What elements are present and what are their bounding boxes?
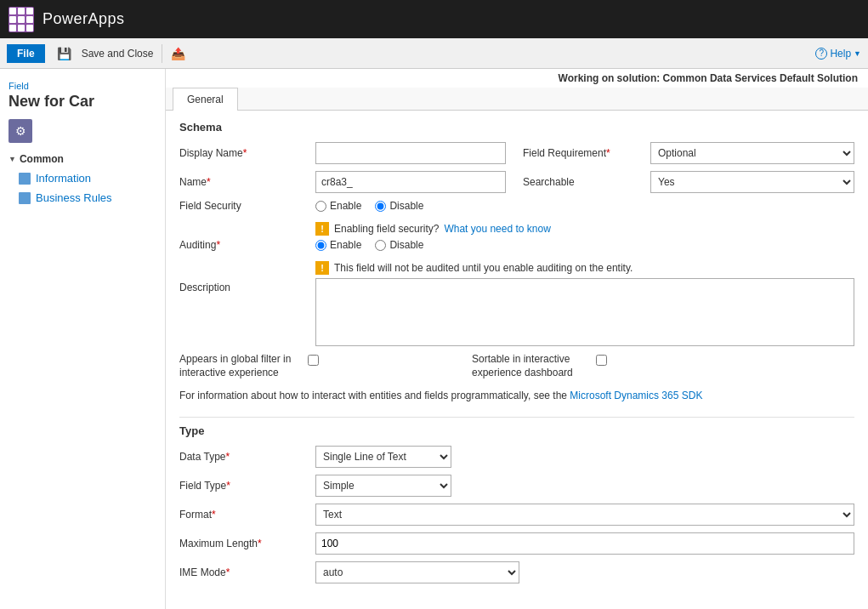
- field-security-link[interactable]: What you need to know: [444, 223, 550, 235]
- field-security-warning-text: Enabling field security?: [334, 223, 439, 235]
- searchable-group: Searchable Yes No: [523, 171, 854, 193]
- description-textarea[interactable]: [315, 278, 854, 346]
- data-type-row: Data Type* Single Line of Text Multiple …: [179, 446, 854, 468]
- name-input[interactable]: [315, 171, 506, 193]
- format-row: Format* Text Email URL Phone Ticker Symb…: [179, 504, 854, 526]
- auditing-enable-radio[interactable]: [315, 240, 326, 251]
- app-title: PowerApps: [43, 10, 125, 28]
- sortable-checkbox-item: Sortable in interactive experience dashb…: [472, 353, 607, 379]
- common-section-header[interactable]: ▼ Common: [0, 150, 165, 168]
- export-button[interactable]: 📤: [166, 45, 190, 62]
- checkbox-pair-row: Appears in global filter in interactive …: [179, 353, 854, 379]
- save-icon: 💾: [57, 47, 71, 60]
- save-close-label: Save and Close: [82, 48, 154, 60]
- entity-label[interactable]: Field: [9, 81, 156, 91]
- file-button[interactable]: File: [7, 44, 45, 63]
- field-security-disable-option[interactable]: Disable: [375, 200, 423, 212]
- auditing-enable-option[interactable]: Enable: [315, 239, 361, 251]
- help-label: Help: [830, 48, 851, 60]
- help-circle-icon: ?: [815, 48, 827, 60]
- toolbar: File 💾 Save and Close 📤 ? Help ▼: [0, 38, 868, 69]
- format-label: Format*: [179, 509, 315, 521]
- entity-title: New for Car: [9, 91, 156, 117]
- information-icon: [19, 173, 31, 185]
- sidebar-item-information[interactable]: Information: [0, 168, 165, 188]
- content-area: Working on solution: Common Data Service…: [166, 69, 868, 609]
- field-type-label: Field Type*: [179, 480, 315, 492]
- entity-gear-icon: ⚙: [9, 119, 32, 143]
- sortable-checkbox[interactable]: [596, 355, 607, 366]
- auditing-disable-label: Disable: [389, 239, 423, 251]
- auditing-row: Auditing* Enable Disable: [179, 239, 854, 251]
- max-length-row: Maximum Length*: [179, 532, 854, 555]
- save-icon-button[interactable]: 💾: [52, 45, 77, 62]
- max-length-label: Maximum Length*: [179, 538, 315, 549]
- business-rules-icon: [19, 192, 31, 204]
- description-label: Description: [179, 278, 315, 293]
- waffle-grid: [9, 8, 33, 31]
- display-name-label: Display Name*: [179, 147, 315, 159]
- schema-title: Schema: [179, 121, 854, 134]
- sidebar: Field New for Car ⚙ ▼ Common Information…: [0, 69, 166, 609]
- auditing-enable-label: Enable: [330, 239, 361, 251]
- tabs: General: [166, 88, 868, 111]
- field-type-select[interactable]: Simple Calculated Rollup: [315, 475, 451, 497]
- save-close-button[interactable]: Save and Close: [77, 46, 159, 61]
- sdk-link[interactable]: Microsoft Dynamics 365 SDK: [570, 390, 702, 401]
- sidebar-item-label-business-rules: Business Rules: [36, 191, 112, 204]
- waffle-icon[interactable]: [9, 7, 34, 32]
- sidebar-header: Field New for Car: [0, 76, 165, 119]
- tab-general[interactable]: General: [173, 88, 238, 111]
- field-security-warning-row: ! Enabling field security? What you need…: [179, 219, 854, 239]
- field-security-enable-label: Enable: [330, 200, 361, 212]
- field-security-row: Field Security Enable Disable: [179, 200, 854, 212]
- auditing-radio-group: Enable Disable: [315, 239, 423, 251]
- main-wrapper: Field New for Car ⚙ ▼ Common Information…: [0, 69, 868, 609]
- display-name-input[interactable]: [315, 142, 506, 164]
- auditing-warning-row: ! This field will not be audited until y…: [179, 258, 854, 278]
- sortable-label: Sortable in interactive experience dashb…: [472, 353, 591, 379]
- toolbar-separator: [162, 44, 162, 63]
- field-security-enable-option[interactable]: Enable: [315, 200, 361, 212]
- top-bar: PowerApps: [0, 0, 868, 38]
- format-select[interactable]: Text Email URL Phone Ticker Symbol: [315, 504, 854, 526]
- export-icon: 📤: [171, 47, 185, 60]
- solution-bar: Working on solution: Common Data Service…: [166, 69, 868, 88]
- field-security-disable-label: Disable: [389, 200, 423, 212]
- help-button[interactable]: ? Help ▼: [815, 48, 861, 60]
- searchable-label: Searchable: [523, 176, 650, 188]
- sidebar-item-label-information: Information: [36, 172, 91, 185]
- display-name-row: Display Name* Field Requirement* Optiona…: [179, 142, 854, 164]
- form-divider: [179, 417, 854, 418]
- auditing-disable-radio[interactable]: [375, 240, 386, 251]
- auditing-disable-option[interactable]: Disable: [375, 239, 423, 251]
- max-length-input[interactable]: [315, 532, 854, 555]
- common-label: Common: [20, 153, 64, 165]
- field-type-row: Field Type* Simple Calculated Rollup: [179, 475, 854, 497]
- searchable-select[interactable]: Yes No: [650, 171, 854, 193]
- solution-text: Working on solution: Common Data Service…: [559, 72, 858, 84]
- sidebar-item-business-rules[interactable]: Business Rules: [0, 188, 165, 208]
- name-row: Name* Searchable Yes No: [179, 171, 854, 193]
- field-security-enable-radio[interactable]: [315, 201, 326, 212]
- data-type-label: Data Type*: [179, 451, 315, 463]
- tab-general-label: General: [187, 94, 224, 105]
- entity-icon-row: ⚙: [0, 119, 165, 150]
- ime-mode-row: IME Mode* auto active inactive disabled: [179, 561, 854, 583]
- ime-mode-label: IME Mode*: [179, 566, 315, 578]
- name-label: Name*: [179, 176, 315, 188]
- auditing-warning-text: This field will not be audited until you…: [334, 262, 633, 274]
- field-requirement-select[interactable]: Optional Business Recommended Business R…: [650, 142, 854, 164]
- ime-mode-select[interactable]: auto active inactive disabled: [315, 561, 519, 583]
- field-security-warn-icon: !: [315, 222, 329, 236]
- field-security-label: Field Security: [179, 200, 315, 212]
- global-filter-checkbox-item: Appears in global filter in interactive …: [179, 353, 319, 379]
- global-filter-checkbox[interactable]: [308, 355, 319, 366]
- global-filter-label: Appears in global filter in interactive …: [179, 353, 303, 379]
- form-content: Schema Display Name* Field Requirement* …: [166, 111, 868, 600]
- sdk-info-row: For information about how to interact wi…: [179, 386, 854, 410]
- field-security-disable-radio[interactable]: [375, 201, 386, 212]
- data-type-select[interactable]: Single Line of Text Multiple Lines of Te…: [315, 446, 451, 468]
- help-chevron-icon: ▼: [854, 49, 861, 58]
- type-title: Type: [179, 424, 854, 437]
